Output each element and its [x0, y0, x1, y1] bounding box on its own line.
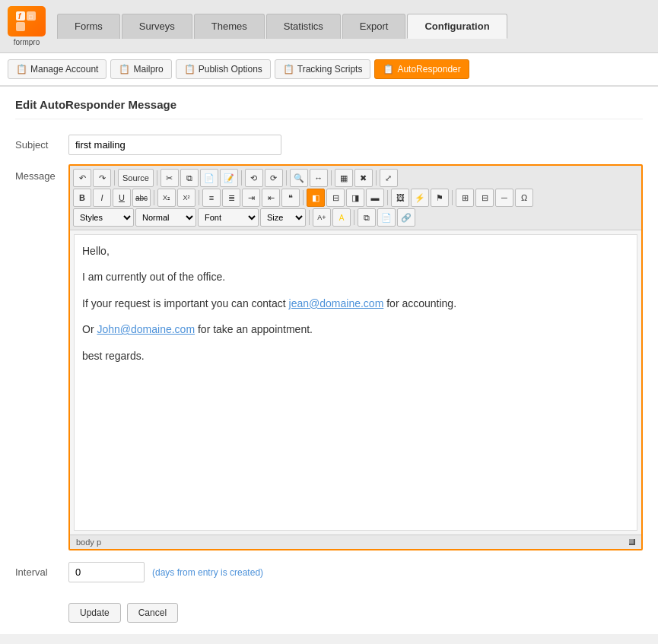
update-button[interactable]: Update	[68, 603, 121, 623]
autoresponder-icon: 📋	[383, 64, 394, 75]
redo-button[interactable]: ↷	[93, 169, 111, 187]
strikethrough-button[interactable]: abc	[132, 189, 151, 207]
undo-button[interactable]: ↶	[73, 169, 91, 187]
svg-text:□: □	[29, 14, 33, 21]
copy2-button[interactable]: ⧉	[358, 208, 376, 227]
superscript-button[interactable]: X²	[177, 189, 195, 207]
underline-button[interactable]: U	[113, 189, 131, 207]
tab-themes[interactable]: Themes	[194, 14, 265, 39]
autoresponder-button[interactable]: 📋 AutoResponder	[374, 59, 469, 79]
styles-select[interactable]: Styles	[73, 208, 134, 227]
toolbar-separator-6	[376, 170, 377, 186]
logo: f □ formpro	[8, 6, 46, 46]
font-color-button[interactable]: A+	[313, 208, 331, 227]
undo2-button[interactable]: ⟲	[245, 169, 263, 187]
remove-format-button[interactable]: ✖	[354, 169, 373, 187]
format-select[interactable]: Normal	[135, 208, 196, 227]
publish-options-label: Publish Options	[199, 64, 262, 75]
tracking-scripts-button[interactable]: 📋 Tracking Scripts	[275, 59, 371, 79]
toolbar-row-2: B I U abc X₂ X² ≡ ≣ ⇥ ⇤ ❝ ◧	[73, 189, 638, 207]
highlight-button[interactable]: A	[332, 208, 351, 227]
cancel-button[interactable]: Cancel	[127, 603, 178, 623]
flash-button[interactable]: ⚡	[411, 189, 429, 207]
unordered-list-button[interactable]: ≡	[202, 189, 221, 207]
align-center-button[interactable]: ⊟	[326, 189, 345, 207]
size-select[interactable]: Size	[260, 208, 306, 227]
maximize-button[interactable]: ⤢	[380, 169, 398, 187]
toolbar-separator-11	[452, 190, 453, 205]
tab-export[interactable]: Export	[342, 14, 406, 39]
link-button[interactable]: 🔗	[397, 208, 415, 227]
blockquote-button[interactable]: ❝	[281, 189, 300, 207]
mailpro-button[interactable]: 📋 Mailpro	[110, 59, 171, 79]
manage-account-label: Manage Account	[30, 64, 98, 75]
interval-control: (days from entry is created)	[68, 562, 263, 582]
align-left-button[interactable]: ◧	[307, 189, 325, 207]
email-link-2[interactable]: John@domaine.com	[97, 323, 195, 335]
tab-statistics[interactable]: Statistics	[266, 14, 341, 39]
editor-footer: body p	[70, 535, 641, 549]
interval-row: Interval (days from entry is created)	[15, 562, 643, 594]
autoresponder-label: AutoResponder	[397, 64, 460, 75]
main-content: Edit AutoResponder Message Subject Messa…	[0, 87, 658, 634]
interval-input[interactable]	[68, 562, 145, 582]
redo2-button[interactable]: ⟳	[265, 169, 283, 187]
indent-button[interactable]: ⇥	[242, 189, 260, 207]
tab-configuration[interactable]: Configuration	[407, 14, 507, 39]
toolbar-separator-7	[154, 190, 154, 205]
toolbar-separator-5	[331, 170, 332, 186]
toolbar-separator-2	[157, 170, 157, 186]
interval-hint: (days from entry is created)	[152, 567, 263, 578]
tab-forms[interactable]: Forms	[57, 14, 120, 39]
subject-row: Subject	[15, 135, 643, 155]
subject-input[interactable]	[68, 135, 281, 155]
mailpro-icon: 📋	[119, 64, 130, 75]
editor-line-3: If your request is important you can con…	[82, 295, 629, 312]
source-button[interactable]: Source	[118, 169, 154, 187]
paste2-button[interactable]: 📄	[377, 208, 396, 227]
special-char-button[interactable]: Ω	[515, 189, 533, 207]
table2-button[interactable]: ⊟	[475, 189, 494, 207]
align-right-button[interactable]: ◨	[346, 189, 364, 207]
font-select[interactable]: Font	[198, 208, 259, 227]
align-justify-button[interactable]: ▬	[366, 189, 384, 207]
editor-line-5: best regards.	[82, 347, 629, 364]
editor-line-4: Or John@domaine.com for take an appointm…	[82, 321, 629, 338]
outdent-button[interactable]: ⇤	[262, 189, 280, 207]
flag-button[interactable]: ⚑	[431, 189, 449, 207]
tab-surveys[interactable]: Surveys	[122, 14, 192, 39]
image-button[interactable]: 🖼	[391, 189, 409, 207]
editor-path: body p	[76, 538, 101, 547]
toolbar-separator-10	[387, 190, 388, 205]
hr-button[interactable]: ─	[495, 189, 513, 207]
email-link-1[interactable]: jean@domaine.com	[289, 297, 384, 309]
page-title: Edit AutoResponder Message	[15, 98, 643, 119]
toolbar-separator-1	[114, 170, 115, 186]
subscript-button[interactable]: X₂	[157, 189, 176, 207]
copy-button[interactable]: ⧉	[180, 169, 199, 187]
manage-account-button[interactable]: 📋 Manage Account	[8, 59, 106, 79]
editor-body[interactable]: Hello, I am currently out of the office.…	[74, 234, 637, 531]
logo-icon: f □	[8, 6, 46, 36]
publish-options-button[interactable]: 📋 Publish Options	[176, 59, 271, 79]
message-row: Message ↶ ↷ Source ✂ ⧉ 📄 📝	[15, 164, 643, 550]
table-button[interactable]: ⊞	[456, 189, 474, 207]
nav-tabs: Forms Surveys Themes Statistics Export C…	[57, 14, 507, 39]
logo-svg: f □	[15, 11, 38, 32]
ordered-list-button[interactable]: ≣	[222, 189, 240, 207]
toolbar-row-1: ↶ ↷ Source ✂ ⧉ 📄 📝 ⟲ ⟳ 🔍	[73, 169, 638, 187]
resize-handle[interactable]	[629, 539, 635, 545]
select-all-button[interactable]: ▦	[335, 169, 353, 187]
svg-rect-2	[16, 22, 25, 31]
bold-button[interactable]: B	[73, 189, 91, 207]
italic-button[interactable]: I	[93, 189, 111, 207]
paste-button[interactable]: 📄	[200, 169, 218, 187]
tracking-scripts-label: Tracking Scripts	[297, 64, 363, 75]
manage-account-icon: 📋	[16, 64, 27, 75]
toolbar-separator-8	[199, 190, 199, 205]
paste-text-button[interactable]: 📝	[220, 169, 238, 187]
cut-button[interactable]: ✂	[161, 169, 179, 187]
find-button[interactable]: 🔍	[290, 169, 308, 187]
editor-line-2: I am currently out of the office.	[82, 268, 629, 285]
replace-button[interactable]: ↔	[310, 169, 328, 187]
